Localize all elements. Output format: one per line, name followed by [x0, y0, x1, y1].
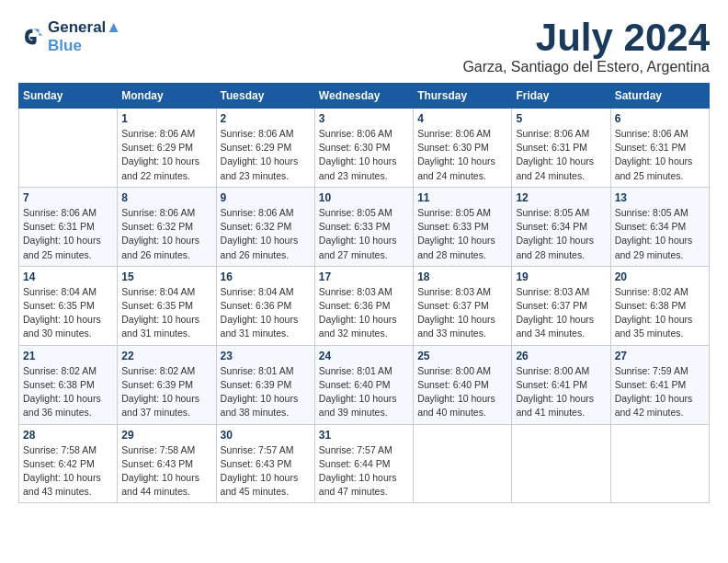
day-number: 12	[516, 191, 606, 204]
calendar-cell: 5Sunrise: 8:06 AMSunset: 6:31 PMDaylight…	[512, 109, 610, 188]
day-info: Sunrise: 8:02 AMSunset: 6:38 PMDaylight:…	[615, 285, 705, 341]
day-number: 23	[221, 350, 311, 362]
week-row-4: 21Sunrise: 8:02 AMSunset: 6:38 PMDayligh…	[19, 345, 710, 424]
week-row-5: 28Sunrise: 7:58 AMSunset: 6:42 PMDayligh…	[19, 424, 710, 503]
day-number: 15	[121, 270, 211, 283]
weekday-header-thursday: Thursday	[414, 84, 512, 109]
day-info: Sunrise: 7:59 AMSunset: 6:41 PMDaylight:…	[615, 364, 705, 420]
calendar-cell: 29Sunrise: 7:58 AMSunset: 6:43 PMDayligh…	[118, 424, 216, 503]
calendar-cell: 13Sunrise: 8:05 AMSunset: 6:34 PMDayligh…	[610, 187, 709, 266]
week-row-1: 1Sunrise: 8:06 AMSunset: 6:29 PMDaylight…	[19, 109, 710, 188]
calendar-table: SundayMondayTuesdayWednesdayThursdayFrid…	[18, 83, 710, 503]
day-number: 26	[516, 350, 606, 362]
day-number: 9	[221, 191, 311, 204]
day-info: Sunrise: 7:57 AMSunset: 6:43 PMDaylight:…	[221, 443, 311, 500]
logo: General▲ Blue	[18, 18, 121, 55]
calendar-cell: 18Sunrise: 8:03 AMSunset: 6:37 PMDayligh…	[414, 266, 512, 345]
calendar-cell: 31Sunrise: 7:57 AMSunset: 6:44 PMDayligh…	[314, 424, 413, 503]
calendar-cell: 2Sunrise: 8:06 AMSunset: 6:29 PMDaylight…	[216, 109, 314, 188]
day-info: Sunrise: 8:06 AMSunset: 6:31 PMDaylight:…	[516, 127, 606, 183]
day-info: Sunrise: 8:05 AMSunset: 6:33 PMDaylight:…	[319, 206, 409, 262]
day-number: 29	[121, 429, 211, 442]
day-number: 30	[221, 429, 311, 442]
calendar-cell	[414, 424, 512, 503]
calendar-cell: 8Sunrise: 8:06 AMSunset: 6:32 PMDaylight…	[118, 187, 216, 266]
day-number: 24	[319, 350, 409, 362]
title-block: July 2024 Garza, Santiago del Estero, Ar…	[462, 18, 710, 75]
weekday-header-saturday: Saturday	[610, 84, 709, 109]
day-number: 17	[319, 270, 409, 283]
day-info: Sunrise: 8:00 AMSunset: 6:41 PMDaylight:…	[516, 364, 606, 420]
day-number: 13	[615, 191, 705, 204]
calendar-cell: 21Sunrise: 8:02 AMSunset: 6:38 PMDayligh…	[19, 345, 118, 424]
day-number: 5	[516, 112, 606, 125]
week-row-3: 14Sunrise: 8:04 AMSunset: 6:35 PMDayligh…	[19, 266, 710, 345]
calendar-cell: 26Sunrise: 8:00 AMSunset: 6:41 PMDayligh…	[512, 345, 610, 424]
calendar-cell: 28Sunrise: 7:58 AMSunset: 6:42 PMDayligh…	[19, 424, 118, 503]
day-info: Sunrise: 7:58 AMSunset: 6:42 PMDaylight:…	[23, 443, 113, 500]
day-number: 28	[23, 429, 113, 442]
day-number: 2	[221, 112, 311, 125]
day-number: 18	[417, 270, 507, 283]
weekday-header-friday: Friday	[512, 84, 610, 109]
weekday-header-row: SundayMondayTuesdayWednesdayThursdayFrid…	[19, 84, 710, 109]
day-info: Sunrise: 8:06 AMSunset: 6:29 PMDaylight:…	[221, 127, 311, 183]
day-number: 1	[121, 112, 211, 125]
calendar-cell: 22Sunrise: 8:02 AMSunset: 6:39 PMDayligh…	[118, 345, 216, 424]
calendar-cell: 25Sunrise: 8:00 AMSunset: 6:40 PMDayligh…	[414, 345, 512, 424]
day-info: Sunrise: 7:57 AMSunset: 6:44 PMDaylight:…	[319, 443, 409, 500]
day-info: Sunrise: 8:01 AMSunset: 6:39 PMDaylight:…	[221, 364, 311, 420]
calendar-cell: 23Sunrise: 8:01 AMSunset: 6:39 PMDayligh…	[216, 345, 314, 424]
main-title: July 2024	[462, 18, 710, 57]
day-info: Sunrise: 8:04 AMSunset: 6:35 PMDaylight:…	[121, 285, 211, 341]
day-info: Sunrise: 8:05 AMSunset: 6:34 PMDaylight:…	[516, 206, 606, 262]
logo-icon	[18, 24, 44, 50]
calendar-cell: 12Sunrise: 8:05 AMSunset: 6:34 PMDayligh…	[512, 187, 610, 266]
day-info: Sunrise: 8:06 AMSunset: 6:30 PMDaylight:…	[417, 127, 507, 183]
day-info: Sunrise: 8:06 AMSunset: 6:29 PMDaylight:…	[121, 127, 211, 183]
weekday-header-tuesday: Tuesday	[216, 84, 314, 109]
day-info: Sunrise: 8:01 AMSunset: 6:40 PMDaylight:…	[319, 364, 409, 420]
calendar-cell: 14Sunrise: 8:04 AMSunset: 6:35 PMDayligh…	[19, 266, 118, 345]
calendar-cell: 15Sunrise: 8:04 AMSunset: 6:35 PMDayligh…	[118, 266, 216, 345]
day-number: 25	[417, 350, 507, 362]
day-number: 4	[417, 112, 507, 125]
day-info: Sunrise: 8:06 AMSunset: 6:32 PMDaylight:…	[121, 206, 211, 262]
day-info: Sunrise: 8:04 AMSunset: 6:36 PMDaylight:…	[221, 285, 311, 341]
subtitle: Garza, Santiago del Estero, Argentina	[462, 59, 710, 75]
day-info: Sunrise: 8:06 AMSunset: 6:30 PMDaylight:…	[319, 127, 409, 183]
calendar-cell: 1Sunrise: 8:06 AMSunset: 6:29 PMDaylight…	[118, 109, 216, 188]
calendar-cell: 7Sunrise: 8:06 AMSunset: 6:31 PMDaylight…	[19, 187, 118, 266]
calendar-cell: 6Sunrise: 8:06 AMSunset: 6:31 PMDaylight…	[610, 109, 709, 188]
day-info: Sunrise: 8:03 AMSunset: 6:37 PMDaylight:…	[516, 285, 606, 341]
day-number: 11	[417, 191, 507, 204]
day-number: 6	[615, 112, 705, 125]
logo-text: General▲ Blue	[48, 18, 121, 55]
day-info: Sunrise: 8:02 AMSunset: 6:38 PMDaylight:…	[23, 364, 113, 420]
calendar-cell: 16Sunrise: 8:04 AMSunset: 6:36 PMDayligh…	[216, 266, 314, 345]
day-number: 27	[615, 350, 705, 362]
weekday-header-monday: Monday	[118, 84, 216, 109]
calendar-cell: 10Sunrise: 8:05 AMSunset: 6:33 PMDayligh…	[314, 187, 413, 266]
calendar-cell	[19, 109, 118, 188]
day-number: 10	[319, 191, 409, 204]
day-info: Sunrise: 8:05 AMSunset: 6:33 PMDaylight:…	[417, 206, 507, 262]
calendar-cell	[512, 424, 610, 503]
day-info: Sunrise: 8:06 AMSunset: 6:31 PMDaylight:…	[615, 127, 705, 183]
day-info: Sunrise: 8:02 AMSunset: 6:39 PMDaylight:…	[121, 364, 211, 420]
page-header: General▲ Blue July 2024 Garza, Santiago …	[18, 18, 710, 75]
weekday-header-wednesday: Wednesday	[314, 84, 413, 109]
calendar-cell	[610, 424, 709, 503]
day-number: 8	[121, 191, 211, 204]
day-info: Sunrise: 8:00 AMSunset: 6:40 PMDaylight:…	[417, 364, 507, 420]
day-info: Sunrise: 8:04 AMSunset: 6:35 PMDaylight:…	[23, 285, 113, 341]
calendar-cell: 24Sunrise: 8:01 AMSunset: 6:40 PMDayligh…	[314, 345, 413, 424]
day-info: Sunrise: 8:06 AMSunset: 6:31 PMDaylight:…	[23, 206, 113, 262]
day-number: 7	[23, 191, 113, 204]
calendar-cell: 9Sunrise: 8:06 AMSunset: 6:32 PMDaylight…	[216, 187, 314, 266]
day-number: 20	[615, 270, 705, 283]
calendar-cell: 3Sunrise: 8:06 AMSunset: 6:30 PMDaylight…	[314, 109, 413, 188]
day-number: 22	[121, 350, 211, 362]
week-row-2: 7Sunrise: 8:06 AMSunset: 6:31 PMDaylight…	[19, 187, 710, 266]
calendar-cell: 27Sunrise: 7:59 AMSunset: 6:41 PMDayligh…	[610, 345, 709, 424]
